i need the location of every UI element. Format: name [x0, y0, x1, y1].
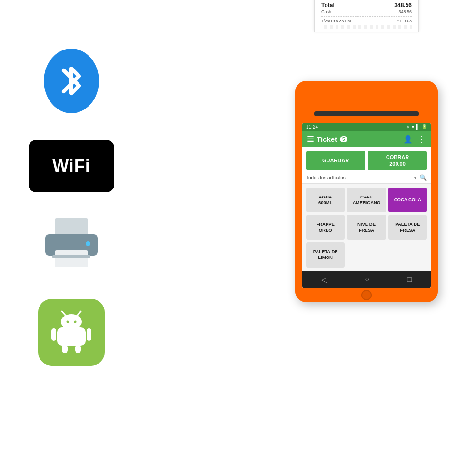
app-title: Ticket	[317, 135, 337, 143]
bluetooth-icon	[43, 48, 100, 116]
status-icons: ✳ ▾ ▌ 🔋	[406, 124, 427, 129]
add-person-icon[interactable]: 👤	[403, 135, 413, 144]
action-buttons: GUARDAR COBRAR 200.00	[302, 147, 431, 172]
product-grid: AGUA600ML CAFEAMERICANO COCA COLA FRAPPE…	[302, 184, 431, 271]
svg-point-9	[74, 321, 77, 323]
home-btn-physical[interactable]	[361, 290, 372, 300]
svg-rect-12	[51, 328, 56, 341]
filter-select[interactable]: Todos los artículos	[306, 175, 414, 180]
cobrar-amount: 200.00	[389, 161, 406, 167]
svg-rect-5	[52, 255, 90, 258]
product-coca-cola[interactable]: COCA COLA	[388, 188, 427, 213]
svg-rect-15	[75, 345, 81, 353]
svg-rect-3	[55, 250, 88, 267]
wifi-icon: WiFi	[29, 140, 114, 192]
guardar-button[interactable]: GUARDAR	[306, 151, 365, 170]
status-bar: 11:24 ✳ ▾ ▌ 🔋	[302, 123, 431, 131]
svg-point-4	[86, 241, 90, 246]
receipt-id: #1-1008	[397, 19, 412, 23]
printer-slot	[295, 81, 438, 119]
app-bar: ☰ Ticket 5 👤 ⋮	[302, 131, 431, 147]
product-paleta-fresa[interactable]: PALETA DEFRESA	[388, 215, 427, 240]
product-nive-fresa[interactable]: NIVE DEFRESA	[347, 215, 386, 240]
recent-button[interactable]: □	[407, 275, 412, 284]
android-icon	[38, 299, 105, 366]
device-bottom	[295, 288, 438, 302]
printer-opening	[314, 111, 419, 116]
more-options-icon[interactable]: ⋮	[417, 134, 426, 144]
printer-icon	[38, 216, 105, 275]
receipt-date: 7/26/19 5:35 PM	[321, 19, 351, 23]
cobrar-label: COBRAR	[386, 154, 409, 160]
svg-point-7	[61, 314, 82, 329]
svg-line-10	[62, 311, 66, 316]
bluetooth-status-icon: ✳	[406, 124, 410, 129]
receipt-total-value: 348.56	[394, 2, 412, 9]
svg-point-8	[67, 321, 69, 323]
search-icon[interactable]: 🔍	[419, 174, 427, 181]
device-screen: 11:24 ✳ ▾ ▌ 🔋 ☰ Ticket 5	[302, 123, 431, 288]
receipt-cash-label: Cash	[321, 10, 331, 14]
svg-line-11	[77, 311, 81, 316]
back-button[interactable]: ◁	[321, 275, 327, 284]
status-time: 11:24	[306, 124, 318, 129]
product-frappe-oreo[interactable]: FRAPPEOREO	[306, 215, 345, 240]
device-body: 11:24 ✳ ▾ ▌ 🔋 ☰ Ticket 5	[295, 81, 438, 302]
product-cafe-americano[interactable]: CAFEAMERICANO	[347, 188, 386, 213]
cobrar-button[interactable]: COBRAR 200.00	[368, 151, 427, 170]
receipt-cash-value: 348.56	[398, 10, 412, 14]
screen-wrapper: 11:24 ✳ ▾ ▌ 🔋 ☰ Ticket 5	[295, 119, 438, 288]
receipt-total-label: Total	[321, 2, 335, 9]
battery-icon: 🔋	[421, 124, 427, 129]
filter-row: Todos los artículos ▾ 🔍	[302, 172, 431, 184]
product-paleta-limon[interactable]: PALETA DELIMON	[306, 242, 345, 268]
app-bar-actions: 👤 ⋮	[403, 134, 426, 144]
signal-icon: ▌	[416, 124, 419, 129]
left-icons-panel: WiFi	[29, 48, 114, 366]
device-container: Paper4 x 5.55 22.20 Beef4 x 56.59 226.36…	[286, 19, 447, 302]
wifi-text: WiFi	[52, 156, 90, 176]
product-agua[interactable]: AGUA600ML	[306, 188, 345, 213]
menu-icon[interactable]: ☰	[307, 135, 314, 144]
receipt-paper: Paper4 x 5.55 22.20 Beef4 x 56.59 226.36…	[314, 0, 419, 32]
ticket-badge: 5	[340, 136, 347, 142]
dropdown-arrow-icon: ▾	[414, 175, 416, 180]
home-button[interactable]: ○	[365, 275, 369, 284]
bottom-nav: ◁ ○ □	[302, 271, 431, 288]
svg-rect-6	[57, 327, 86, 346]
app-bar-title: ☰ Ticket 5	[307, 135, 347, 144]
svg-rect-13	[87, 328, 91, 341]
wifi-status-icon: ▾	[412, 124, 414, 129]
svg-rect-14	[62, 345, 68, 353]
